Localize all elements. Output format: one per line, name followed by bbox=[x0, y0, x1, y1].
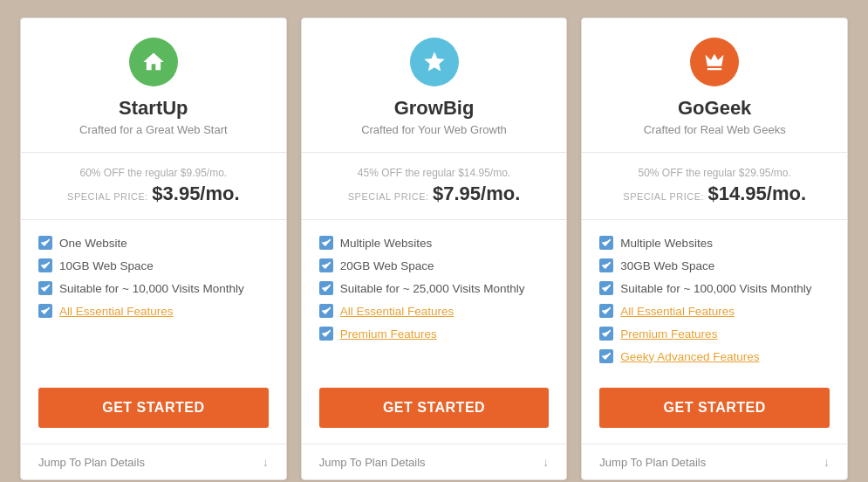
plan-header: GoGeek Crafted for Real Web Geeks bbox=[582, 18, 847, 153]
check-icon bbox=[319, 258, 333, 272]
plan-name: GoGeek bbox=[599, 97, 830, 120]
check-icon bbox=[319, 304, 333, 318]
feature-link[interactable]: Geeky Advanced Features bbox=[620, 350, 759, 363]
plan-cta: GET STARTED bbox=[21, 388, 286, 444]
feature-text: 20GB Web Space bbox=[340, 259, 434, 272]
feature-link[interactable]: All Essential Features bbox=[59, 305, 174, 318]
plan-icon-house bbox=[129, 38, 178, 86]
check-icon bbox=[319, 281, 333, 295]
feature-item: All Essential Features bbox=[38, 304, 269, 318]
plan-features: Multiple Websites 20GB Web Space Suitabl… bbox=[302, 220, 567, 388]
plan-pricing: 60% OFF the regular $9.95/mo. SPECIAL PR… bbox=[21, 153, 286, 220]
plan-pricing: 50% OFF the regular $29.95/mo. SPECIAL P… bbox=[582, 153, 847, 220]
feature-item: Multiple Websites bbox=[599, 236, 830, 250]
pricing-container: StartUp Crafted for a Great Web Start 60… bbox=[0, 0, 868, 482]
plan-tagline: Crafted for a Great Web Start bbox=[38, 123, 269, 136]
jump-to-plan-link[interactable]: Jump To Plan Details bbox=[599, 456, 706, 469]
feature-item: Suitable for ~ 10,000 Visits Monthly bbox=[38, 281, 269, 295]
feature-item: All Essential Features bbox=[319, 304, 550, 318]
feature-item: All Essential Features bbox=[599, 304, 830, 318]
feature-text: 10GB Web Space bbox=[59, 259, 154, 272]
check-icon bbox=[599, 258, 613, 272]
get-started-button[interactable]: GET STARTED bbox=[319, 388, 550, 428]
check-icon bbox=[38, 236, 52, 250]
feature-text: Suitable for ~ 25,000 Visits Monthly bbox=[340, 282, 525, 295]
discount-text: 45% OFF the regular $14.95/mo. bbox=[319, 167, 550, 179]
plan-footer[interactable]: Jump To Plan Details ↓ bbox=[21, 444, 286, 479]
feature-item: Suitable for ~ 25,000 Visits Monthly bbox=[319, 281, 550, 295]
plan-card-startup: StartUp Crafted for a Great Web Start 60… bbox=[20, 17, 287, 480]
feature-link[interactable]: All Essential Features bbox=[620, 305, 735, 318]
feature-item: 20GB Web Space bbox=[319, 258, 550, 272]
plan-header: StartUp Crafted for a Great Web Start bbox=[21, 18, 286, 153]
feature-text: Suitable for ~ 100,000 Visits Monthly bbox=[620, 282, 811, 295]
feature-text: Multiple Websites bbox=[340, 237, 433, 250]
special-price-value: $14.95/mo. bbox=[708, 182, 807, 204]
plan-icon-crown bbox=[690, 38, 739, 86]
check-icon bbox=[599, 327, 613, 341]
feature-text: 30GB Web Space bbox=[620, 259, 714, 272]
feature-item: Premium Features bbox=[599, 327, 830, 341]
plan-pricing: 45% OFF the regular $14.95/mo. SPECIAL P… bbox=[302, 153, 567, 220]
feature-item: Premium Features bbox=[319, 327, 550, 341]
check-icon bbox=[38, 304, 52, 318]
plan-card-growbig: GrowBig Crafted for Your Web Growth 45% … bbox=[301, 17, 568, 480]
feature-link[interactable]: All Essential Features bbox=[340, 305, 455, 318]
special-price-value: $3.95/mo. bbox=[152, 182, 239, 204]
plan-header: GrowBig Crafted for Your Web Growth bbox=[302, 18, 567, 153]
jump-to-plan-link[interactable]: Jump To Plan Details bbox=[319, 456, 426, 469]
down-arrow-icon: ↓ bbox=[543, 455, 549, 469]
special-price-row: SPECIAL PRICE: $14.95/mo. bbox=[599, 182, 830, 205]
plan-icon-star bbox=[410, 38, 459, 86]
plan-name: StartUp bbox=[38, 97, 269, 120]
feature-text: One Website bbox=[59, 237, 127, 250]
special-price-row: SPECIAL PRICE: $3.95/mo. bbox=[38, 182, 269, 205]
plan-footer[interactable]: Jump To Plan Details ↓ bbox=[302, 444, 567, 479]
check-icon bbox=[38, 281, 52, 295]
discount-text: 50% OFF the regular $29.95/mo. bbox=[599, 167, 830, 179]
plan-features: Multiple Websites 30GB Web Space Suitabl… bbox=[582, 220, 847, 388]
check-icon bbox=[599, 236, 613, 250]
plan-cta: GET STARTED bbox=[582, 388, 847, 444]
get-started-button[interactable]: GET STARTED bbox=[38, 388, 269, 428]
down-arrow-icon: ↓ bbox=[824, 455, 830, 469]
feature-item: Suitable for ~ 100,000 Visits Monthly bbox=[599, 281, 830, 295]
feature-item: Geeky Advanced Features bbox=[599, 349, 830, 363]
check-icon bbox=[599, 281, 613, 295]
check-icon bbox=[38, 258, 52, 272]
discount-text: 60% OFF the regular $9.95/mo. bbox=[38, 167, 269, 179]
feature-item: 30GB Web Space bbox=[599, 258, 830, 272]
plan-footer[interactable]: Jump To Plan Details ↓ bbox=[582, 444, 847, 479]
plan-cta: GET STARTED bbox=[302, 388, 567, 444]
special-price-label: SPECIAL PRICE: bbox=[623, 191, 704, 202]
special-price-label: SPECIAL PRICE: bbox=[67, 191, 148, 202]
feature-item: 10GB Web Space bbox=[38, 258, 269, 272]
feature-text: Multiple Websites bbox=[620, 237, 713, 250]
check-icon bbox=[599, 304, 613, 318]
check-icon bbox=[319, 236, 333, 250]
check-icon bbox=[599, 349, 613, 363]
feature-link[interactable]: Premium Features bbox=[620, 327, 717, 341]
plan-features: One Website 10GB Web Space Suitable for … bbox=[21, 220, 286, 388]
get-started-button[interactable]: GET STARTED bbox=[599, 388, 830, 428]
special-price-value: $7.95/mo. bbox=[433, 182, 520, 204]
plan-name: GrowBig bbox=[319, 97, 550, 120]
feature-link[interactable]: Premium Features bbox=[340, 327, 437, 341]
feature-text: Suitable for ~ 10,000 Visits Monthly bbox=[59, 282, 244, 295]
plan-card-gogeek: GoGeek Crafted for Real Web Geeks 50% OF… bbox=[581, 17, 848, 480]
feature-item: Multiple Websites bbox=[319, 236, 550, 250]
jump-to-plan-link[interactable]: Jump To Plan Details bbox=[38, 456, 145, 469]
special-price-label: SPECIAL PRICE: bbox=[348, 191, 429, 202]
feature-item: One Website bbox=[38, 236, 269, 250]
plan-tagline: Crafted for Real Web Geeks bbox=[599, 123, 830, 136]
down-arrow-icon: ↓ bbox=[263, 455, 269, 469]
plan-tagline: Crafted for Your Web Growth bbox=[319, 123, 550, 136]
check-icon bbox=[319, 327, 333, 341]
special-price-row: SPECIAL PRICE: $7.95/mo. bbox=[319, 182, 550, 205]
